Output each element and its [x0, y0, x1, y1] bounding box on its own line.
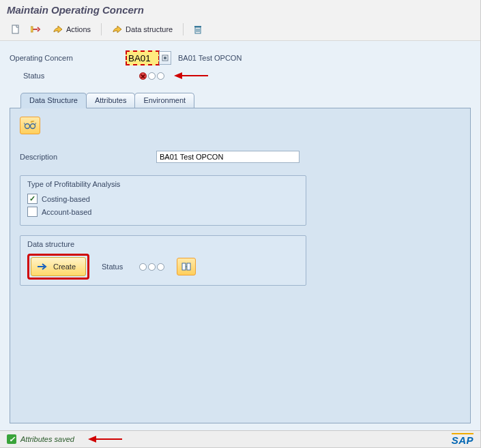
svg-rect-13 — [182, 263, 186, 270]
create-highlight: Create — [27, 254, 89, 280]
account-based-label: Account-based — [42, 208, 91, 216]
delete-button[interactable] — [189, 22, 207, 37]
tab-pane-data-structure: Description Type of Profitability Analys… — [10, 108, 471, 423]
svg-point-11 — [25, 124, 30, 129]
status-light-off-icon — [148, 72, 156, 80]
arrow-right-icon — [37, 263, 48, 271]
operating-concern-text: BA01 Test OPCON — [178, 54, 242, 62]
activate-icon[interactable] — [27, 22, 45, 37]
status-light-off-icon — [157, 263, 164, 271]
status-label: Status — [10, 72, 139, 80]
svg-rect-1 — [31, 27, 33, 32]
tab-environment[interactable]: Environment — [134, 93, 194, 108]
status-bar: ✓ Attributes saved SAP — [0, 430, 480, 447]
type-of-profitability-group: Type of Profitability Analysis Costing-b… — [20, 175, 306, 226]
data-structure-group: Data structure Create Status — [20, 235, 306, 286]
actions-button[interactable]: Actions — [48, 21, 96, 38]
svg-marker-10 — [174, 72, 182, 79]
display-change-button[interactable] — [20, 117, 40, 134]
costing-based-label: Costing-based — [42, 195, 90, 203]
toolbar: Actions Data structure — [0, 18, 480, 41]
annotation-arrow-icon — [174, 71, 208, 80]
operating-concern-label: Operating Concern — [10, 54, 126, 62]
tab-data-structure[interactable]: Data Structure — [20, 93, 87, 108]
status-light-red-icon — [139, 72, 147, 80]
description-label: Description — [20, 153, 156, 161]
tabstrip: Data Structure Attributes Environment — [10, 93, 471, 108]
create-button[interactable]: Create — [31, 257, 86, 276]
status-ok-icon: ✓ — [7, 434, 16, 444]
svg-rect-14 — [187, 263, 190, 270]
svg-point-12 — [31, 124, 35, 129]
create-button-label: Create — [53, 263, 76, 271]
status-message: Attributes saved — [20, 435, 74, 443]
status-light-off-icon — [157, 72, 164, 80]
data-structure-label: Data structure — [126, 25, 173, 33]
display-structure-button[interactable] — [177, 258, 196, 275]
f4-help-button[interactable] — [159, 51, 171, 65]
account-based-checkbox[interactable] — [27, 207, 38, 217]
sap-logo: SAP — [452, 433, 473, 446]
new-button[interactable] — [7, 22, 25, 37]
type-of-profitability-title: Type of Profitability Analysis — [27, 180, 299, 188]
svg-rect-8 — [164, 57, 166, 59]
description-input[interactable] — [156, 151, 300, 163]
data-structure-button[interactable]: Data structure — [107, 21, 177, 38]
status-light-off-icon — [139, 263, 147, 271]
data-structure-title: Data structure — [27, 240, 299, 248]
tab-attributes[interactable]: Attributes — [86, 93, 135, 108]
annotation-arrow-icon — [88, 434, 122, 444]
costing-based-checkbox[interactable] — [27, 194, 38, 204]
operating-concern-input[interactable] — [126, 50, 160, 65]
status-lights — [139, 72, 164, 80]
svg-marker-17 — [88, 436, 96, 443]
ds-status-label: Status — [102, 263, 123, 271]
ds-status-lights — [139, 263, 164, 271]
svg-rect-0 — [12, 25, 18, 33]
svg-rect-3 — [194, 26, 201, 27]
status-light-off-icon — [148, 263, 156, 271]
page-title: Maintain Operating Concern — [7, 4, 473, 16]
actions-label: Actions — [66, 25, 91, 33]
